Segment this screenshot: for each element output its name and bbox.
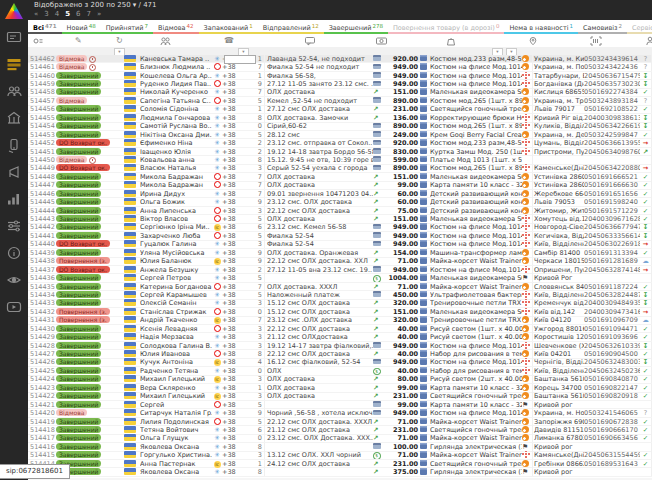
carrier-cell	[522, 418, 532, 426]
client-column-icon[interactable]	[160, 36, 171, 46]
status-badge: Повернення (з.	[56, 257, 110, 264]
ukraine-flag-icon	[124, 325, 136, 332]
product-name: Костюм на флисе Мод.1014 (1ш..	[430, 223, 522, 231]
order-comment: ОЛХ доставка. Оранжевая	[264, 249, 373, 257]
tab-Відправлений[interactable]: Відправлений12	[258, 20, 324, 34]
id-column-icon[interactable]	[33, 36, 43, 46]
payment-column-icon[interactable]	[376, 36, 387, 46]
payment-type	[373, 55, 384, 63]
delivery-mark: ↧	[640, 291, 651, 299]
unknown-status-icon: ?	[644, 409, 647, 417]
operator-cell	[212, 401, 222, 409]
carrier-cell	[522, 181, 532, 189]
app-logo-icon[interactable]	[5, 3, 23, 19]
tab-count: 1	[569, 23, 573, 29]
refresh-column-icon[interactable]: ↻	[116, 36, 123, 45]
client-phone: +38	[222, 468, 250, 476]
client-phone: +38	[222, 409, 250, 417]
carrier-cell	[522, 164, 532, 172]
phone-edit-input[interactable]	[224, 55, 256, 64]
order-status: Відмова	[56, 156, 124, 164]
info-icon[interactable]	[6, 245, 22, 261]
tracking-column-icon[interactable]	[590, 36, 602, 46]
product-cell-icon	[420, 131, 430, 139]
delivery-address: Львів 79053	[532, 198, 584, 206]
client-name: Руденко Лидия Пав..	[140, 80, 212, 88]
pager-page-button[interactable]: 3	[44, 10, 48, 18]
order-comment: 27.12 смс ОЛХ доставка	[264, 105, 373, 113]
tab-Запакований[interactable]: Запакований1	[199, 20, 258, 34]
pager-page-button[interactable]: 6	[76, 10, 80, 18]
product-cell-icon	[420, 148, 430, 156]
product-cell-icon	[420, 223, 430, 231]
order-id: 514431	[28, 316, 56, 324]
settings-sliders-icon[interactable]	[6, 218, 22, 234]
comment-column-icon[interactable]	[305, 36, 315, 46]
broadcast-icon[interactable]	[6, 164, 22, 180]
dashboard-icon[interactable]	[6, 29, 22, 45]
tab-Самовивіз[interactable]: Самовивіз2	[578, 20, 627, 34]
tab-Завершений[interactable]: Завершений278	[324, 20, 388, 34]
product-name: Костюм мод.233 разм,48-58 (1..	[430, 55, 522, 63]
payment-card-icon	[373, 140, 381, 146]
status-badge: Завершений	[56, 401, 101, 408]
shop-icon[interactable]	[6, 110, 22, 126]
product-name: Детский развивающий констру..	[430, 198, 522, 206]
tab-Нема в наявності[interactable]: Нема в наявності1	[504, 20, 578, 34]
telephony-icon[interactable]	[6, 137, 22, 153]
tab-Повернення товару (в дорозі)[interactable]: Повернення товару (в дорозі)0	[388, 20, 504, 34]
delivery-mark: ✓	[640, 173, 651, 181]
pager-page-button[interactable]: 7	[87, 10, 91, 18]
tab-label: Завершений	[329, 24, 372, 32]
tab-count: 12	[312, 23, 319, 29]
pager-last-button[interactable]: »	[97, 10, 101, 18]
clients-icon[interactable]	[6, 83, 22, 99]
tracking-number: 0501691093696	[584, 333, 640, 341]
tab-Відмова[interactable]: Відмова42	[153, 20, 198, 34]
tab-Сервіси[interactable]: Сервіси0	[627, 20, 652, 34]
product-column-icon[interactable]	[446, 36, 456, 46]
records-range-label[interactable]: Відображено з 200 по 250 ▾ / 471	[34, 1, 157, 9]
carrier-ukrposhta-icon	[522, 105, 529, 112]
support-icon[interactable]	[6, 272, 22, 288]
tracking-number: 20450632483003	[584, 358, 640, 366]
operator-kyivstar-icon: ✳	[214, 409, 219, 417]
status-badge: Завершений	[56, 198, 101, 205]
video-tutorials-icon[interactable]	[6, 299, 22, 315]
orders-list-icon[interactable]	[6, 56, 22, 72]
pager-first-button[interactable]: «	[34, 10, 38, 18]
order-row[interactable]: 514413ЗавершенийЯковлева Оксана✳+388↗375…	[28, 468, 652, 476]
order-total: 231.00	[384, 426, 420, 434]
ukraine-flag-icon	[124, 291, 136, 298]
operator-vodafone-icon	[214, 181, 221, 188]
delivery-address: Кислиця 68655	[532, 88, 584, 96]
tab-Новий[interactable]: Новий48	[62, 20, 101, 34]
order-id: 514438	[28, 257, 56, 265]
pager-page-button[interactable]: 4	[55, 10, 59, 18]
product-box-icon	[420, 460, 427, 467]
address-column-icon[interactable]	[528, 36, 538, 46]
payment-type: ↗	[373, 392, 384, 400]
carrier-cell	[522, 122, 532, 130]
delivered-check-icon: ✓	[643, 367, 648, 375]
tab-Прийнятий[interactable]: Прийнятий7	[101, 20, 153, 34]
product-box-icon	[420, 409, 427, 416]
order-comment: 22.12 смс ОЛХ доставка	[264, 350, 373, 358]
client-name: Яковлева Оксана	[140, 468, 212, 476]
status-column-icon[interactable]: ✎	[75, 36, 82, 45]
operator-cell: ✳	[212, 139, 222, 147]
in-transit-icon: ☁	[642, 316, 649, 324]
manager-column-icon[interactable]	[645, 36, 652, 46]
payment-type	[373, 342, 384, 350]
pager-page-button[interactable]: 5	[65, 10, 70, 18]
order-comment: 24.12 смс ОЛХ доставка	[264, 460, 373, 468]
sidebar	[0, 0, 28, 480]
product-cell-icon	[420, 156, 430, 164]
client-phone: +38	[222, 350, 250, 358]
tab-Всі[interactable]: Всі471	[28, 20, 62, 34]
product-name: Маленькая видеокамера SQ8 *..	[430, 274, 522, 282]
statistics-icon[interactable]	[6, 191, 22, 207]
order-id: 514418	[28, 426, 56, 434]
ukraine-flag-icon	[124, 72, 136, 79]
phone-column-icon[interactable]: ☎	[224, 36, 234, 45]
